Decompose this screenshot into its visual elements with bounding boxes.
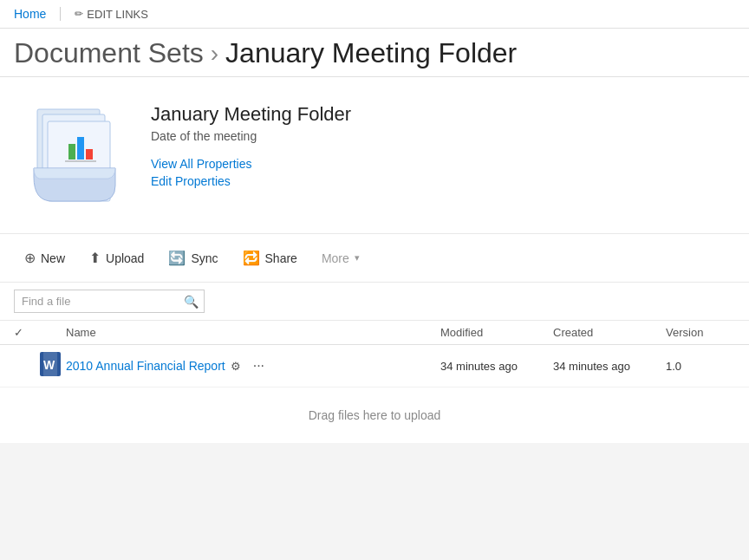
pencil-icon: ✏ bbox=[75, 8, 83, 20]
page-header: Document Sets › January Meeting Folder bbox=[0, 29, 749, 77]
folder-icon bbox=[22, 99, 126, 212]
drag-zone-label: Drag files here to upload bbox=[309, 408, 441, 422]
folder-icon-container bbox=[17, 94, 130, 216]
folder-subtitle: Date of the meeting bbox=[151, 129, 351, 143]
current-page-title: January Meeting Folder bbox=[225, 37, 517, 69]
search-icon: 🔍 bbox=[184, 295, 199, 309]
name-col-header: Name bbox=[66, 326, 440, 339]
upload-button[interactable]: ⬆ Upload bbox=[79, 244, 154, 271]
edit-links-button[interactable]: ✏ EDIT LINKS bbox=[75, 8, 148, 21]
sync-label: Sync bbox=[191, 251, 218, 265]
sync-button[interactable]: 🔄 Sync bbox=[158, 244, 228, 271]
modified-col-header: Modified bbox=[440, 326, 553, 339]
share-icon: 🔁 bbox=[243, 250, 260, 266]
home-link[interactable]: Home bbox=[14, 7, 46, 21]
edit-links-label: EDIT LINKS bbox=[87, 8, 148, 21]
upload-label: Upload bbox=[106, 251, 144, 265]
top-nav: Home ✏ EDIT LINKS bbox=[0, 0, 749, 29]
file-list: ✓ Name Modified Created Version W 2010 A… bbox=[0, 321, 749, 387]
check-icon-header: ✓ bbox=[14, 326, 23, 339]
chevron-down-icon: ▾ bbox=[355, 252, 360, 264]
share-button[interactable]: 🔁 Share bbox=[232, 244, 308, 271]
breadcrumb-title: Document Sets › January Meeting Folder bbox=[14, 37, 735, 76]
search-input-container: 🔍 bbox=[14, 290, 205, 313]
nav-divider bbox=[60, 7, 61, 21]
upload-icon: ⬆ bbox=[89, 250, 101, 266]
toolbar: ⊕ New ⬆ Upload 🔄 Sync 🔁 Share More ▾ bbox=[0, 234, 749, 283]
breadcrumb-parent: Document Sets bbox=[14, 37, 204, 69]
svg-text:W: W bbox=[43, 358, 55, 372]
new-label: New bbox=[41, 251, 65, 265]
view-all-properties-link[interactable]: View All Properties bbox=[151, 157, 351, 171]
share-label: Share bbox=[265, 251, 297, 265]
new-button[interactable]: ⊕ New bbox=[14, 244, 75, 271]
more-button[interactable]: More ▾ bbox=[311, 246, 370, 270]
file-version-cell: 1.0 bbox=[666, 360, 735, 373]
file-list-header: ✓ Name Modified Created Version bbox=[0, 321, 749, 345]
svg-rect-5 bbox=[86, 149, 93, 160]
check-col-header: ✓ bbox=[14, 326, 40, 339]
breadcrumb-separator: › bbox=[211, 40, 218, 68]
file-settings-icon: ⚙ bbox=[231, 360, 241, 373]
folder-title: January Meeting Folder bbox=[151, 103, 351, 126]
sync-icon: 🔄 bbox=[168, 250, 186, 266]
more-label: More bbox=[322, 251, 349, 265]
file-created-cell: 34 minutes ago bbox=[553, 360, 666, 373]
search-bar: 🔍 bbox=[0, 283, 749, 321]
folder-details: January Meeting Folder Date of the meeti… bbox=[151, 94, 351, 192]
word-icon: W bbox=[40, 352, 61, 376]
drag-drop-zone: Drag files here to upload bbox=[0, 387, 749, 443]
edit-properties-link[interactable]: Edit Properties bbox=[151, 174, 351, 188]
created-col-header: Created bbox=[553, 326, 666, 339]
file-modified-cell: 34 minutes ago bbox=[440, 360, 553, 373]
search-input[interactable] bbox=[15, 290, 179, 312]
main-content: January Meeting Folder Date of the meeti… bbox=[0, 77, 749, 443]
svg-rect-3 bbox=[68, 144, 75, 160]
type-col-header bbox=[40, 326, 66, 339]
svg-rect-4 bbox=[77, 137, 84, 160]
new-icon: ⊕ bbox=[24, 250, 36, 266]
file-name-cell[interactable]: 2010 Annual Financial Report ⚙ ··· bbox=[66, 358, 440, 374]
table-row: W 2010 Annual Financial Report ⚙ ··· 34 … bbox=[0, 345, 749, 387]
folder-info-section: January Meeting Folder Date of the meeti… bbox=[0, 77, 749, 234]
version-col-header: Version bbox=[666, 326, 735, 339]
file-name-text: 2010 Annual Financial Report bbox=[66, 359, 225, 373]
file-type-cell: W bbox=[40, 352, 66, 380]
search-button[interactable]: 🔍 bbox=[179, 291, 204, 312]
file-ellipsis-menu[interactable]: ··· bbox=[253, 358, 264, 374]
